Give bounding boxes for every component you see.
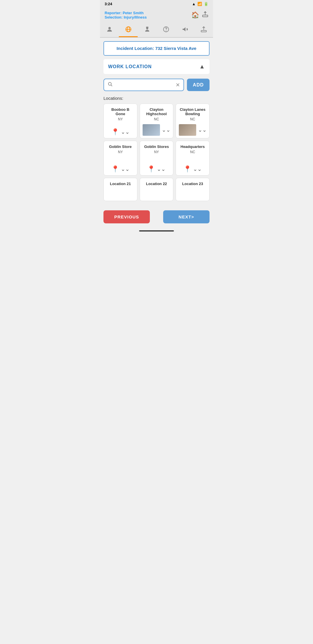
pin-icon: 📍: [183, 165, 191, 173]
status-bar: 3:24 ▲ 📶 🔋: [100, 0, 213, 8]
nav-tabs: [100, 22, 213, 38]
work-location-chevron: ▲: [199, 63, 205, 70]
location-name: Location 21: [110, 182, 131, 186]
location-name: Goblin Store: [109, 144, 132, 149]
expand-icon: ⌄⌄: [162, 127, 170, 133]
tab-globe[interactable]: [119, 22, 138, 37]
clear-icon[interactable]: ✕: [176, 82, 180, 88]
battery-icon: 🔋: [204, 2, 208, 6]
footer-buttons: PREVIOUS NEXT>: [100, 206, 213, 228]
tab-upload[interactable]: [194, 22, 213, 37]
pin-icon: 📍: [111, 128, 119, 136]
search-row: ✕ ADD: [103, 79, 210, 91]
expand-icon: ⌄⌄: [198, 127, 207, 133]
location-card-bottom: ⌄⌄: [143, 124, 170, 136]
tab-person[interactable]: [100, 22, 119, 37]
selection-label: Selection:: [105, 15, 123, 19]
reporter-name: Peter Smith: [123, 11, 143, 15]
svg-point-9: [166, 31, 166, 31]
location-name: Booboo B Gone: [106, 107, 135, 116]
pin-icon: 📍: [147, 165, 155, 173]
location-state: NY: [118, 117, 123, 121]
svg-rect-7: [146, 27, 148, 28]
location-name: Goblin Stores: [144, 144, 169, 149]
location-name: Location 22: [146, 182, 167, 186]
header: Reporter: Peter Smith Selection: Injury/…: [100, 8, 213, 22]
location-card-goblin-store[interactable]: Goblin Store NY 📍 ⌄⌄: [103, 141, 137, 176]
location-state: NC: [190, 117, 195, 121]
add-button[interactable]: ADD: [187, 79, 210, 91]
selection-line: Selection: Injury/Illness: [105, 15, 147, 19]
location-card-bottom: 📍 ⌄⌄: [147, 165, 165, 173]
incident-location-text: Incident Location: 732 Sierra Vista Ave: [117, 46, 196, 51]
expand-icon: ⌄⌄: [157, 166, 165, 172]
locations-label: Locations:: [103, 96, 210, 101]
location-card-bottom: ⌄⌄: [179, 124, 207, 136]
home-indicator: [139, 230, 174, 231]
location-card-clayton-lanes-bowling[interactable]: Clayton Lanes Bowling NC ⌄⌄: [176, 104, 210, 138]
incident-banner: Incident Location: 732 Sierra Vista Ave: [103, 41, 210, 56]
tab-question[interactable]: [156, 22, 175, 37]
reporter-line: Reporter: Peter Smith: [105, 11, 147, 15]
selection-value: Injury/Illness: [124, 15, 147, 19]
svg-point-12: [108, 82, 111, 85]
status-icons: ▲ 📶 🔋: [192, 2, 208, 6]
location-card-location-22[interactable]: Location 22: [140, 178, 174, 201]
location-card-headquarters[interactable]: Headquarters NC 📍 ⌄⌄: [176, 141, 210, 176]
location-state: NY: [118, 150, 123, 154]
location-card-location-21[interactable]: Location 21: [103, 178, 137, 201]
location-card-bottom: 📍 ⌄⌄: [183, 165, 202, 173]
svg-rect-0: [203, 15, 208, 17]
locations-grid: Booboo B Gone NY 📍 ⌄⌄ Clayton Highschool…: [103, 104, 210, 201]
location-name: Location 23: [182, 182, 203, 186]
work-location-header[interactable]: WORK LOCATION ▲: [103, 59, 210, 74]
next-button[interactable]: NEXT>: [163, 210, 210, 223]
expand-icon: ⌄⌄: [193, 166, 202, 172]
location-name: Clayton Highschool: [142, 107, 171, 116]
tab-worker[interactable]: [138, 22, 156, 37]
location-card-bottom: 📍 ⌄⌄: [111, 165, 130, 173]
location-state: NC: [190, 150, 195, 154]
location-card-clayton-highschool[interactable]: Clayton Highschool NC ⌄⌄: [140, 104, 174, 138]
tab-megaphone[interactable]: [175, 22, 194, 37]
svg-rect-10: [201, 30, 206, 32]
location-image: [143, 124, 160, 136]
location-card-bottom: 📍 ⌄⌄: [111, 128, 130, 136]
location-card-booboo-b-gone[interactable]: Booboo B Gone NY 📍 ⌄⌄: [103, 104, 137, 138]
expand-icon: ⌄⌄: [121, 129, 130, 135]
location-state: NY: [154, 150, 159, 154]
location-name: Clayton Lanes Bowling: [178, 107, 207, 116]
svg-point-2: [108, 27, 111, 29]
content-area: ✕ ADD Locations: Booboo B Gone NY 📍 ⌄⌄ C…: [103, 74, 210, 206]
location-state: NC: [154, 117, 159, 121]
reporter-label: Reporter:: [105, 11, 122, 15]
signal-icon: ▲: [192, 2, 196, 6]
svg-line-13: [111, 85, 112, 86]
search-icon: [108, 82, 113, 88]
home-button[interactable]: 🏠: [191, 11, 199, 19]
header-info: Reporter: Peter Smith Selection: Injury/…: [105, 11, 147, 19]
expand-icon: ⌄⌄: [121, 166, 130, 172]
location-image: [179, 124, 196, 136]
location-card-goblin-stores[interactable]: Goblin Stores NY 📍 ⌄⌄: [140, 141, 174, 176]
pin-icon: 📍: [111, 165, 119, 173]
status-time: 3:24: [105, 2, 112, 6]
wifi-icon: 📶: [197, 2, 202, 6]
work-location-title: WORK LOCATION: [108, 64, 152, 69]
header-icons: 🏠: [191, 11, 208, 19]
search-box: ✕: [103, 79, 184, 91]
export-button[interactable]: [202, 11, 208, 19]
location-card-location-23[interactable]: Location 23: [176, 178, 210, 201]
search-input[interactable]: [115, 82, 176, 87]
previous-button[interactable]: PREVIOUS: [103, 210, 150, 223]
location-name: Headquarters: [181, 144, 205, 149]
